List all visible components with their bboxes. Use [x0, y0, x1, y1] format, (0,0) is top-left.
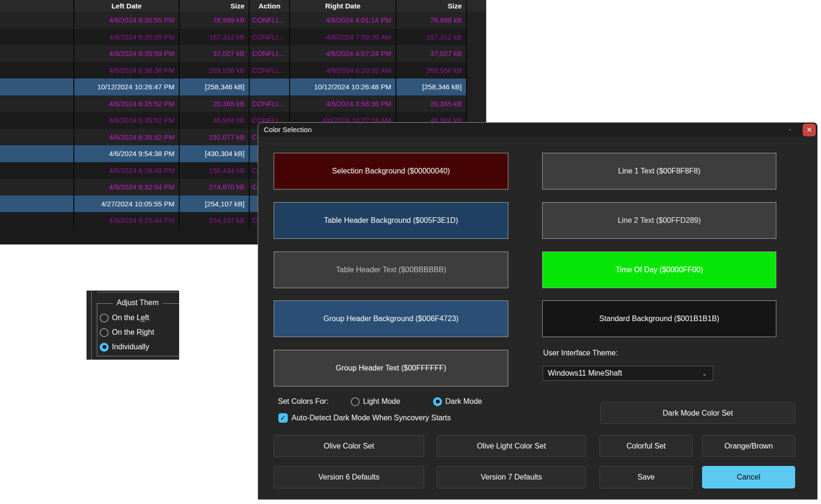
- cell-filler: [467, 95, 486, 112]
- radio-label: Individually: [112, 343, 149, 351]
- panel-border-line: [97, 292, 179, 292]
- color-setting-button[interactable]: Group Header Background ($006F4723): [274, 300, 508, 337]
- cell-size: 155,434 kB: [180, 162, 250, 179]
- cell-blank: [0, 29, 74, 46]
- close-button[interactable]: ✕: [803, 124, 816, 136]
- color-setting-button[interactable]: Table Header Background ($005F3E1D): [274, 202, 508, 239]
- cell-blank: [0, 212, 74, 229]
- set-colors-label: Set Colors For:: [278, 395, 329, 408]
- radio-label: Light Mode: [363, 397, 400, 406]
- radio-label: On the Right: [112, 328, 154, 337]
- cell-size: [258,346 kB]: [180, 79, 250, 95]
- table-row[interactable]: 4/6/2024 6:35:55 PM 187,312 kB CONFLI...…: [0, 29, 486, 46]
- cell-filler: [467, 29, 486, 46]
- cell-left-date: 4/6/2024 6:35:52 PM: [74, 112, 180, 129]
- theme-label: User Interface Theme:: [543, 349, 618, 357]
- color-setting-button[interactable]: Group Header Text ($00FFFFFF): [274, 350, 508, 386]
- collapse-chevron-icon[interactable]: ⌄: [787, 124, 793, 133]
- cell-action: CONFLI...: [250, 95, 290, 112]
- color-setting-button[interactable]: Time Of Day ($0000FF00): [542, 252, 776, 288]
- column-header-size[interactable]: Size: [180, 0, 250, 12]
- cell-right-date: 4/6/2024 8:10:32 AM: [290, 62, 396, 79]
- radio-icon[interactable]: [100, 314, 109, 323]
- adjust-radio-option[interactable]: On the Right: [100, 327, 154, 338]
- color-setting-button[interactable]: Selection Background ($00000040): [274, 153, 508, 189]
- color-setting-button[interactable]: Standard Background ($001B1B1B): [542, 300, 776, 337]
- table-row[interactable]: 10/12/2024 10:26:47 PM [258,346 kB] 10/1…: [0, 79, 486, 95]
- cell-blank: [0, 95, 74, 112]
- cell-blank: [0, 179, 74, 196]
- table-row[interactable]: 4/6/2024 6:35:59 PM 37,027 kB CONFLI... …: [0, 45, 486, 62]
- radio-icon[interactable]: [100, 343, 109, 352]
- table-row[interactable]: 4/6/2024 6:36:38 PM 269,558 kB CONFLI...…: [0, 62, 486, 79]
- column-header-right-size[interactable]: Size: [396, 0, 467, 12]
- cell-right-size: 78,999 kB: [396, 12, 467, 29]
- theme-dropdown[interactable]: Windows11 MineShaft ⌄: [543, 366, 713, 381]
- cell-right-size: 269,558 kB: [396, 62, 467, 79]
- color-setting-button[interactable]: Table Header Text ($00BBBBBB): [274, 252, 508, 288]
- theme-dropdown-value: Windows11 MineShaft: [548, 366, 622, 380]
- table-row[interactable]: 4/6/2024 6:35:55 PM 78,999 kB CONFLI... …: [0, 12, 486, 29]
- radio-icon[interactable]: [351, 397, 360, 406]
- desktop: Left Date Size Action Right Date Size 4/…: [0, 0, 821, 504]
- auto-detect-row: ✓ Auto-Detect Dark Mode When Syncovery S…: [278, 413, 451, 423]
- color-setting-button[interactable]: Line 2 Text ($00FFD289): [542, 202, 776, 239]
- version-6-defaults-button[interactable]: Version 6 Defaults: [274, 466, 424, 488]
- auto-detect-checkbox[interactable]: ✓: [278, 413, 288, 423]
- dark-mode-radio-option[interactable]: Dark Mode: [433, 395, 482, 408]
- save-button[interactable]: Save: [600, 466, 693, 488]
- cell-right-date: 4/6/2024 4:01:14 PM: [290, 12, 396, 29]
- cell-size: 274,870 kB: [180, 179, 250, 196]
- cell-blank: [0, 129, 74, 146]
- color-setting-button[interactable]: Line 1 Text ($00F8F8F8): [542, 153, 776, 189]
- radio-icon[interactable]: [100, 328, 109, 337]
- table-header: Left Date Size Action Right Date Size: [0, 0, 486, 12]
- cell-blank: [0, 145, 74, 162]
- cell-blank: [0, 79, 74, 95]
- cell-blank: [0, 196, 74, 213]
- cell-left-date: 10/12/2024 10:26:47 PM: [74, 79, 180, 95]
- adjust-radio-option[interactable]: Individually: [100, 341, 149, 353]
- column-header-blank[interactable]: [0, 0, 74, 12]
- color-selection-dialog: Color Selection ⌄ ✕ Selection Background…: [258, 122, 818, 500]
- cell-left-date: 4/27/2024 10:05:55 PM: [74, 196, 180, 213]
- cell-action: CONFLI...: [250, 62, 290, 79]
- table-row[interactable]: 4/6/2024 6:35:52 PM 20,365 kB CONFLI... …: [0, 95, 486, 112]
- check-icon: ✓: [280, 413, 286, 423]
- chevron-down-icon: ⌄: [702, 366, 707, 380]
- cell-filler: [467, 12, 486, 29]
- column-header-right-date[interactable]: Right Date: [290, 0, 396, 12]
- dark-mode-color-set-button[interactable]: Dark Mode Color Set: [600, 402, 795, 424]
- dialog-titlebar[interactable]: Color Selection ⌄ ✕: [258, 123, 817, 137]
- cell-size: 20,365 kB: [180, 95, 250, 112]
- radio-label: Dark Mode: [445, 397, 482, 406]
- cell-size: 269,558 kB: [180, 62, 250, 79]
- column-header-left-date[interactable]: Left Date: [74, 0, 180, 12]
- cell-right-date: 4/6/2024 3:58:36 PM: [290, 95, 396, 112]
- cell-blank: [0, 162, 74, 179]
- cell-left-date: 4/6/2024 6:35:59 PM: [74, 45, 180, 62]
- cell-size: 187,312 kB: [180, 29, 250, 46]
- light-mode-radio-option[interactable]: Light Mode: [351, 395, 400, 408]
- cell-left-date: 4/6/2024 6:28:49 PM: [74, 162, 180, 179]
- cell-action: CONFLI...: [250, 12, 290, 29]
- cell-blank: [0, 12, 74, 29]
- cell-left-date: 4/6/2024 6:25:44 PM: [74, 212, 180, 229]
- cell-size: [254,107 kB]: [180, 196, 250, 213]
- cell-size: 78,999 kB: [180, 12, 250, 29]
- colorful-set-button[interactable]: Colorful Set: [600, 435, 693, 457]
- cell-blank: [0, 112, 74, 129]
- olive-color-set-button[interactable]: Olive Color Set: [274, 435, 424, 457]
- panel-border-line: [91, 291, 92, 360]
- cell-left-date: 4/6/2024 6:35:55 PM: [74, 29, 180, 46]
- version-7-defaults-button[interactable]: Version 7 Defaults: [437, 466, 586, 488]
- radio-icon[interactable]: [433, 397, 442, 406]
- cell-size: 46,904 kB: [180, 112, 250, 129]
- cell-right-size: [258,346 kB]: [396, 79, 467, 95]
- column-header-action[interactable]: Action: [250, 0, 290, 12]
- adjust-radio-option[interactable]: On the Left: [100, 312, 149, 323]
- olive-light-color-set-button[interactable]: Olive Light Color Set: [437, 435, 586, 457]
- orange-brown-button[interactable]: Orange/Brown: [702, 435, 795, 457]
- cancel-button[interactable]: Cancel: [702, 466, 795, 488]
- dialog-title: Color Selection: [264, 123, 312, 137]
